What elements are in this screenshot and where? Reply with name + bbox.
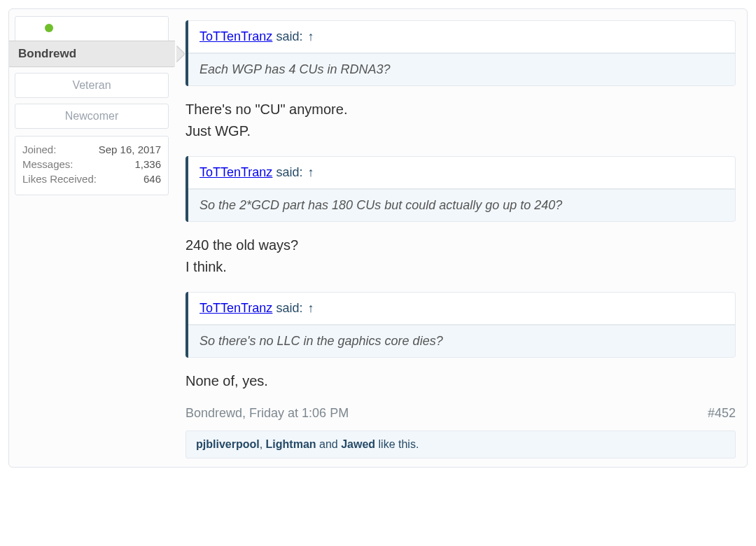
stat-value: 646 bbox=[144, 173, 161, 185]
forum-post: Bondrewd Veteran Newcomer Joined: Sep 16… bbox=[8, 8, 748, 468]
reply-text: None of, yes. bbox=[186, 370, 736, 392]
quote-said: said: bbox=[272, 165, 306, 179]
online-indicator-icon bbox=[45, 24, 53, 32]
stat-value: Sep 16, 2017 bbox=[99, 144, 161, 155]
likes-sep: and bbox=[316, 438, 342, 450]
quote-block: ToTTenTranz said: ↑ Each WGP has 4 CUs i… bbox=[186, 20, 736, 86]
post-meta: Bondrewd, Friday at 1:06 PM #452 bbox=[186, 406, 736, 421]
username-ribbon[interactable]: Bondrewd bbox=[8, 41, 175, 67]
liker-link[interactable]: pjbliverpool bbox=[196, 438, 260, 450]
user-header: Bondrewd bbox=[15, 16, 169, 67]
meta-left: Bondrewd, Friday at 1:06 PM bbox=[186, 406, 349, 421]
quote-author-link[interactable]: ToTTenTranz bbox=[200, 165, 272, 179]
quote-author-link[interactable]: ToTTenTranz bbox=[200, 29, 272, 43]
stat-value: 1,336 bbox=[134, 158, 161, 170]
quote-said: said: bbox=[272, 29, 306, 43]
stat-label: Messages: bbox=[22, 158, 74, 170]
quote-said: said: bbox=[272, 301, 306, 315]
quote-body: So the 2*GCD part has 180 CUs but could … bbox=[188, 189, 735, 222]
user-header-top bbox=[15, 17, 168, 41]
likes-bar: pjbliverpool, Lightman and Jawed like th… bbox=[186, 430, 736, 458]
username: Bondrewd bbox=[18, 47, 76, 60]
likes-sep: , bbox=[260, 438, 266, 450]
goto-quote-icon[interactable]: ↑ bbox=[307, 301, 314, 315]
reply-line: None of, yes. bbox=[186, 373, 268, 388]
likes-tail: like this. bbox=[375, 438, 419, 450]
quote-body: So there's no LLC in the gaphics core di… bbox=[188, 325, 735, 358]
liker-link[interactable]: Jawed bbox=[341, 438, 375, 450]
quote-block: ToTTenTranz said: ↑ So there's no LLC in… bbox=[186, 292, 736, 358]
reply-line: I think. bbox=[186, 259, 227, 274]
stat-label: Likes Received: bbox=[22, 173, 97, 185]
reply-line: There's no "CU" anymore. bbox=[186, 102, 347, 117]
quote-block: ToTTenTranz said: ↑ So the 2*GCD part ha… bbox=[186, 156, 736, 222]
goto-quote-icon[interactable]: ↑ bbox=[307, 165, 314, 179]
user-title-primary: Veteran bbox=[15, 73, 169, 98]
user-title-secondary: Newcomer bbox=[15, 104, 169, 129]
quote-attribution: ToTTenTranz said: ↑ bbox=[188, 292, 735, 325]
goto-quote-icon[interactable]: ↑ bbox=[307, 29, 314, 43]
stat-likes: Likes Received: 646 bbox=[22, 173, 161, 185]
user-stats: Joined: Sep 16, 2017 Messages: 1,336 Lik… bbox=[15, 136, 169, 195]
reply-line: 240 the old ways? bbox=[186, 237, 298, 253]
meta-author-link[interactable]: Bondrewd bbox=[186, 406, 242, 420]
meta-time-link[interactable]: Friday at 1:06 PM bbox=[249, 406, 349, 420]
reply-text: 240 the old ways? I think. bbox=[186, 234, 736, 278]
user-column: Bondrewd Veteran Newcomer Joined: Sep 16… bbox=[9, 9, 174, 467]
reply-line: Just WGP. bbox=[186, 123, 251, 139]
quote-author-link[interactable]: ToTTenTranz bbox=[200, 301, 272, 315]
meta-sep: , bbox=[242, 406, 249, 420]
stat-joined: Joined: Sep 16, 2017 bbox=[22, 144, 161, 155]
quote-attribution: ToTTenTranz said: ↑ bbox=[188, 20, 735, 53]
stat-label: Joined: bbox=[22, 144, 56, 155]
reply-text: There's no "CU" anymore. Just WGP. bbox=[186, 99, 736, 142]
liker-link[interactable]: Lightman bbox=[266, 438, 316, 450]
quote-body: Each WGP has 4 CUs in RDNA3? bbox=[188, 53, 735, 86]
stat-messages: Messages: 1,336 bbox=[22, 158, 161, 170]
permalink[interactable]: #452 bbox=[708, 406, 736, 421]
message-column: ToTTenTranz said: ↑ Each WGP has 4 CUs i… bbox=[174, 9, 747, 467]
quote-attribution: ToTTenTranz said: ↑ bbox=[188, 156, 735, 189]
